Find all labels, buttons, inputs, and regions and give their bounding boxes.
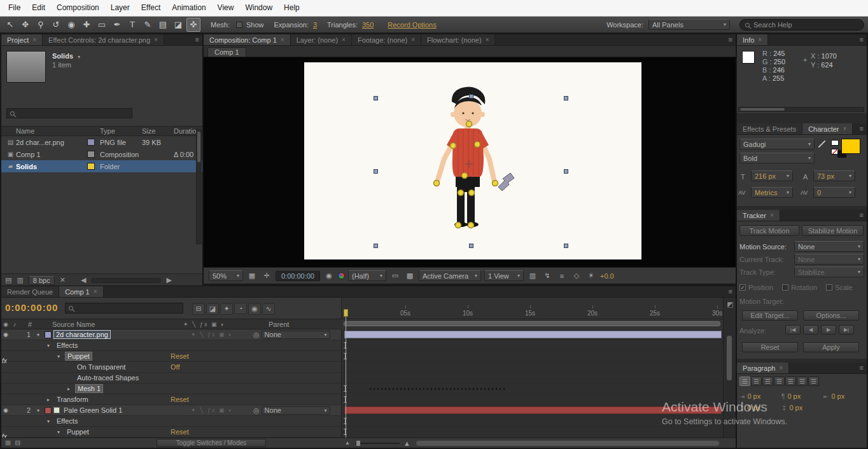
twirl-arrow-icon[interactable]: ▾: [37, 332, 45, 338]
row-name[interactable]: Effects: [55, 417, 80, 425]
timeline-row[interactable]: ▾ Effects ✦ ╲ ƒx ▣ ◐ ◎▾: [1, 416, 723, 427]
frame-blend-button[interactable]: ◔: [234, 303, 247, 314]
indent-value[interactable]: 0 px: [747, 392, 760, 400]
record-options-link[interactable]: Record Options: [388, 21, 436, 29]
row-name[interactable]: 2d character.png: [53, 330, 111, 339]
visibility-toggle[interactable]: ◉: [1, 331, 10, 338]
twirl-arrow-icon[interactable]: ▾: [47, 343, 55, 349]
timeline-zoom-slider[interactable]: [355, 443, 400, 444]
tracker-row-dropdown[interactable]: Stabilize▾: [794, 266, 864, 277]
visibility-toggle[interactable]: ◉: [1, 407, 10, 413]
indent-value[interactable]: 0 px: [789, 404, 802, 411]
comp-mini-flowchart-button[interactable]: ⊟: [192, 303, 205, 315]
project-row[interactable]: ▣ Comp 1 Composition Δ 0:00: [1, 148, 202, 160]
tab-tracker[interactable]: Tracker×: [737, 210, 780, 221]
column-source-name[interactable]: Source Name: [52, 321, 95, 328]
scroll-right-icon[interactable]: ▶: [166, 276, 171, 284]
project-row[interactable]: ▤ 2d char...er.png PNG file 39 KB: [1, 136, 202, 148]
twirl-arrow-icon[interactable]: ▾: [37, 408, 45, 413]
panel-menu-icon[interactable]: ≡: [729, 287, 732, 295]
tab-effects-presets[interactable]: Effects & Presets: [737, 123, 802, 134]
indent-value[interactable]: 0 px: [747, 404, 760, 411]
selection-handle[interactable]: [564, 244, 568, 248]
project-scrollbar[interactable]: [196, 130, 202, 244]
zoom-in-mountain-icon[interactable]: ▲: [403, 439, 410, 447]
camera-dropdown[interactable]: Active Camera▾: [419, 270, 481, 281]
timeline-track[interactable]: [341, 416, 723, 426]
label-color[interactable]: [87, 139, 95, 146]
row-action-link[interactable]: Reset: [171, 428, 189, 436]
indent-field[interactable]: ⇥ 0 px: [739, 392, 779, 400]
bit-depth-button[interactable]: 8 bpc: [29, 276, 55, 285]
brush-tool[interactable]: ✎: [141, 18, 155, 32]
timeline-row[interactable]: fx ▾ Puppet Reset ✦ ╲ ƒx ▣ ◐ ◎▾: [1, 427, 723, 438]
panel-menu-icon[interactable]: ≡: [860, 36, 864, 43]
timeline-track[interactable]: [341, 427, 723, 437]
track-motion-button[interactable]: Track Motion: [739, 225, 799, 236]
item-name[interactable]: 2d char...er.png: [16, 139, 87, 146]
tab-timeline-comp[interactable]: Comp 1×: [59, 286, 103, 297]
parent-dropdown[interactable]: None▾: [262, 406, 330, 415]
show-channel-icon[interactable]: [338, 272, 345, 279]
close-icon[interactable]: ×: [32, 36, 36, 43]
parent-dropdown[interactable]: None▾: [262, 331, 330, 339]
fill-color-swatch[interactable]: [841, 139, 860, 154]
viewer-tab[interactable]: Composition: Comp 1×: [204, 34, 291, 45]
column-size[interactable]: Size: [142, 127, 174, 135]
menu-item[interactable]: Animation: [166, 0, 211, 16]
layer-switches[interactable]: ✦ ╲ ƒx ▣ ◐: [191, 407, 233, 413]
menu-item[interactable]: File: [3, 0, 26, 16]
selection-handle[interactable]: [374, 96, 378, 100]
align-button[interactable]: ☰: [751, 376, 762, 386]
timeline-row[interactable]: fx ▾ Puppet Reset ✦ ╲ ƒx ▣ ◐ ◎▾: [1, 351, 723, 362]
viewer-timecode[interactable]: 0:00:00:00: [276, 271, 320, 281]
tracker-checkbox[interactable]: ✓Position: [739, 284, 773, 291]
tracker-row-dropdown[interactable]: None▾: [794, 254, 864, 265]
indent-field[interactable]: ↥ 0 px: [739, 404, 779, 411]
mask-visibility-icon[interactable]: ✛: [261, 272, 272, 280]
menu-item[interactable]: Layer: [105, 0, 136, 16]
pickwhip-icon[interactable]: ◎: [253, 331, 260, 339]
tab-effect-controls[interactable]: Effect Controls: 2d character.png×: [43, 34, 164, 45]
selection-handle[interactable]: [374, 244, 378, 248]
toggle-switches-modes-button[interactable]: Toggle Switches / Modes: [157, 439, 266, 447]
label-color[interactable]: [45, 407, 52, 414]
font-family-dropdown[interactable]: Gadugi▾: [739, 139, 815, 149]
column-name[interactable]: Name: [16, 127, 87, 135]
timeline-track[interactable]: [341, 394, 723, 404]
tab-render-queue[interactable]: Render Queue: [1, 286, 59, 297]
graph-editor-button[interactable]: ∿: [262, 303, 275, 315]
tracking-dropdown[interactable]: 0▾: [813, 187, 855, 198]
timeline-row[interactable]: Auto-traced Shapes ✦ ╲ ƒx ▣ ◐ ◎▾: [1, 373, 723, 383]
interpret-footage-icon[interactable]: ▤: [5, 276, 11, 284]
timeline-row[interactable]: ◉ 2 ▾ Pale Green Solid 1 ✦ ╲ ƒx ▣ ◐ ◎Non…: [1, 405, 723, 416]
grid-options-icon[interactable]: ▦: [246, 272, 258, 280]
analyze-step-button[interactable]: ◀: [803, 325, 818, 335]
label-color[interactable]: [45, 331, 52, 338]
close-icon[interactable]: ×: [154, 36, 158, 43]
exposure-value[interactable]: +0.0: [600, 272, 614, 280]
menu-item[interactable]: Edit: [26, 0, 51, 16]
viewer-content[interactable]: [204, 57, 736, 267]
expand-in-icon[interactable]: ⊞: [5, 439, 11, 447]
search-help-input[interactable]: Search Help: [739, 19, 864, 31]
keyframes[interactable]: [368, 387, 505, 390]
resolution-dropdown[interactable]: (Half)▾: [348, 270, 386, 281]
pan-behind-tool[interactable]: ✚: [80, 18, 94, 32]
leading-dropdown[interactable]: 73 px▾: [813, 170, 855, 181]
row-name[interactable]: On Transparent: [75, 363, 127, 371]
close-icon[interactable]: ×: [411, 36, 415, 43]
clone-stamp-tool[interactable]: ▤: [156, 18, 170, 32]
row-name[interactable]: Auto-traced Shapes: [75, 374, 141, 382]
twirl-arrow-icon[interactable]: ▸: [67, 386, 75, 392]
project-search-input[interactable]: [6, 108, 132, 118]
twirl-arrow-icon[interactable]: ▾: [57, 429, 65, 435]
align-button[interactable]: ☰: [808, 376, 819, 386]
timeline-track[interactable]: [341, 351, 723, 361]
panel-menu-icon[interactable]: ≡: [860, 364, 864, 371]
triangles-value[interactable]: 350: [362, 21, 374, 29]
font-size-dropdown[interactable]: 216 px▾: [751, 170, 793, 181]
kerning-dropdown[interactable]: Metrics▾: [751, 187, 793, 198]
zoom-tool[interactable]: ⚲: [34, 18, 48, 32]
region-of-interest-icon[interactable]: ▭: [389, 272, 401, 280]
